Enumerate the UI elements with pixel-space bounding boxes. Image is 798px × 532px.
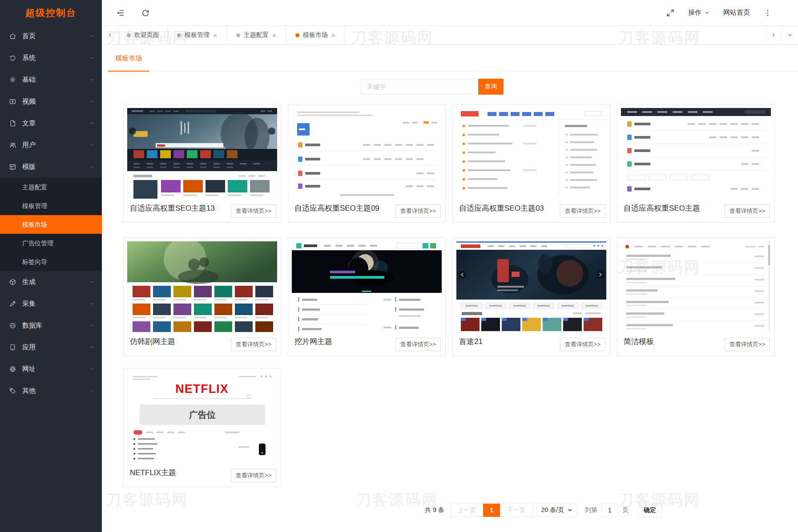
template-card-shoutu21[interactable]: 首途21 查看详情页>> [452,237,610,356]
site-home-link[interactable]: 网站首页 [723,8,750,17]
main-content: 模板市场 查询 [102,45,798,532]
template-thumbnail [127,108,277,199]
chevron-down-icon [567,508,572,513]
sidebar-item-app[interactable]: 应用 [0,336,102,358]
sidebar-item-theme-config[interactable]: 主题配置 [0,178,102,196]
page-size-value: 20 条/页 [541,506,564,514]
sidebar-item-label: 基础 [22,76,36,84]
view-detail-button[interactable]: 查看详情页>> [395,338,441,351]
tabs-scroll-left-button[interactable] [102,26,118,44]
sidebar-item-template-market[interactable]: 模板市场 [0,215,102,234]
page-tab-template-market[interactable]: 模板市场 [108,45,149,72]
sidebar-item-basic[interactable]: 基础 [0,69,102,91]
article-icon [9,120,16,127]
goto-page-input[interactable] [601,504,618,517]
chevron-down-icon [89,120,95,126]
view-detail-button[interactable]: 查看详情页>> [560,204,605,218]
cube-icon [9,278,16,286]
fullscreen-icon[interactable] [666,8,675,17]
template-card-grid: 自适应高权重SEO主题13 查看详情页>> [123,104,777,502]
sidebar-item-tag-wizard[interactable]: 标签向导 [0,252,102,271]
sidebar-item-site[interactable]: 网址 [0,358,102,380]
prev-page-button[interactable]: 上一页 [451,504,484,517]
template-thumbnail [456,108,606,199]
template-card-wapian[interactable]: 挖片网主题 查看详情页>> [288,237,446,356]
tab-welcome[interactable]: 欢迎页面 [118,26,168,44]
sidebar-item-other[interactable]: 其他 [0,380,102,402]
tablet-icon [9,344,16,351]
tabs-scroll-right-button[interactable] [765,26,782,44]
search-button[interactable]: 查询 [478,79,504,95]
more-vertical-icon[interactable] [763,8,772,17]
tab-bar: 欢迎页面 模板管理 × 主题配置 × 模板市场 × [102,25,798,45]
page-size-select[interactable]: 20 条/页 [537,504,577,517]
sidebar-item-label: 用户 [22,141,36,149]
search-input[interactable] [361,79,476,95]
netflix-logo-text: NETFLIX [175,382,229,396]
search-bar: 查询 [361,79,504,95]
goto-page-prefix: 到第 [585,506,597,514]
collapse-menu-icon[interactable] [116,8,125,17]
tab-template-manage[interactable]: 模板管理 × [168,26,227,44]
actions-label: 操作 [688,8,701,17]
pagination: 共 9 条 上一页 1 下一页 20 条/页 到第 页 确定 [425,504,662,517]
gear-icon [9,76,16,84]
close-tab-icon[interactable]: × [213,32,217,39]
next-page-button[interactable]: 下一页 [500,504,533,517]
sidebar-item-template-manage[interactable]: 模板管理 [0,196,102,215]
tab-status-dot [236,33,240,37]
close-tab-icon[interactable]: × [272,32,276,39]
view-detail-button[interactable]: 查看详情页>> [231,469,276,482]
template-card-netflix[interactable]: NETFLIX 广告位 [123,368,281,487]
confirm-button[interactable]: 确定 [638,504,662,517]
page-tab-header: 模板市场 [102,45,798,72]
template-thumbnail: NETFLIX 广告位 [127,372,277,463]
app-title: 超级控制台 [0,0,102,25]
sidebar-item-users[interactable]: 用户 [0,134,102,156]
sidebar-item-system[interactable]: 系统 [0,47,102,69]
template-thumbnail [621,241,771,332]
sidebar-item-collect[interactable]: 采集 [0,293,102,315]
sidebar-item-template[interactable]: 模版 [0,156,102,178]
template-card-korean-drama[interactable]: 仿韩剧网主题 查看详情页>> [123,237,281,356]
view-detail-button[interactable]: 查看详情页>> [725,204,770,218]
view-detail-button[interactable]: 查看详情页>> [395,204,441,218]
view-detail-button[interactable]: 查看详情页>> [231,204,276,218]
chevron-up-icon [89,164,95,170]
card-row: NETFLIX 广告位 [123,368,777,487]
sidebar-item-database[interactable]: 数据库 [0,315,102,336]
chevron-right-icon [770,32,777,38]
template-thumbnail [292,241,442,332]
view-detail-button[interactable]: 查看详情页>> [231,338,276,351]
chevron-down-icon [89,99,95,104]
template-card-seo13[interactable]: 自适应高权重SEO主题13 查看详情页>> [123,104,281,223]
close-tab-icon[interactable]: × [331,32,335,39]
tab-theme-config[interactable]: 主题配置 × [227,26,286,44]
chevron-down-icon [89,323,95,328]
sidebar-item-ad-manage[interactable]: 广告位管理 [0,234,102,252]
sidebar-item-generate[interactable]: 生成 [0,271,102,293]
card-row: 自适应高权重SEO主题13 查看详情页>> [123,104,777,223]
sidebar-item-video[interactable]: 视频 [0,91,102,112]
template-thumbnail [456,241,606,332]
refresh-icon[interactable] [141,8,150,17]
tabs-menu-dropdown-button[interactable] [782,26,798,44]
sidebar-item-home[interactable]: 首页 [0,25,102,47]
template-card-seo[interactable]: 自适应高权重SEO主题 查看详情页>> [617,104,775,223]
template-thumbnail [621,108,771,199]
template-card-simple[interactable]: 简洁模板 查看详情页>> [617,237,775,356]
view-detail-button[interactable]: 查看详情页>> [560,338,605,351]
template-card-seo03[interactable]: 自适应高权重SEO主题03 查看详情页>> [452,104,610,223]
actions-dropdown[interactable]: 操作 [688,8,710,17]
view-detail-button[interactable]: 查看详情页>> [725,338,770,351]
tab-template-market[interactable]: 模板市场 × [286,26,345,44]
sidebar-item-label: 系统 [22,54,36,62]
template-submenu: 主题配置 模板管理 模板市场 广告位管理 标签向导 [0,178,102,271]
pagination-total: 共 9 条 [425,506,444,514]
current-page-button[interactable]: 1 [483,504,500,517]
template-card-seo09[interactable]: 自适应高权重SEO主题09 查看详情页>> [288,104,446,223]
sidebar-item-label: 模版 [22,163,36,171]
sidebar-item-label: 数据库 [22,321,42,330]
sidebar-item-label: 首页 [22,32,36,40]
sidebar-item-article[interactable]: 文章 [0,112,102,134]
